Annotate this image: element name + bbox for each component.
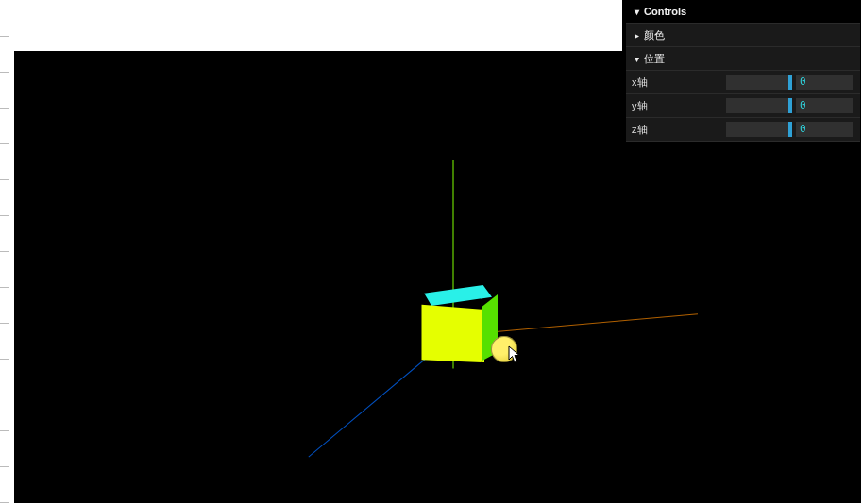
section-color[interactable]: ▸ 颜色 [626,24,860,47]
chevron-right-icon: ▸ [632,30,642,41]
panel-title: Controls [644,6,855,17]
controls-panel: ▾ Controls ▸ 颜色 ▾ 位置 x轴 y轴 z轴 [623,0,860,142]
slider-z[interactable] [726,122,792,137]
chevron-down-icon: ▾ [632,54,642,64]
slider-handle-x[interactable] [788,75,792,90]
field-x: x轴 [626,71,860,94]
section-position[interactable]: ▾ 位置 [626,47,860,71]
cube-face-top [418,285,492,306]
input-x[interactable] [796,75,853,90]
slider-x[interactable] [726,75,792,90]
chevron-down-icon: ▾ [632,7,642,17]
cursor-highlight [491,336,517,362]
ruler-vertical [0,0,13,504]
input-z[interactable] [796,122,853,137]
slider-handle-z[interactable] [788,122,792,137]
scene-cube[interactable] [418,285,492,359]
panel-header[interactable]: ▾ Controls [626,0,860,24]
section-position-label: 位置 [644,52,855,66]
field-x-label: x轴 [632,76,726,90]
section-color-label: 颜色 [644,28,855,42]
field-y-label: y轴 [632,99,726,113]
field-z-label: z轴 [632,123,726,137]
field-z: z轴 [626,118,860,142]
input-y[interactable] [796,98,853,113]
slider-y[interactable] [726,98,792,113]
slider-handle-y[interactable] [788,98,792,113]
field-y: y轴 [626,94,860,118]
cube-face-front [418,298,484,362]
